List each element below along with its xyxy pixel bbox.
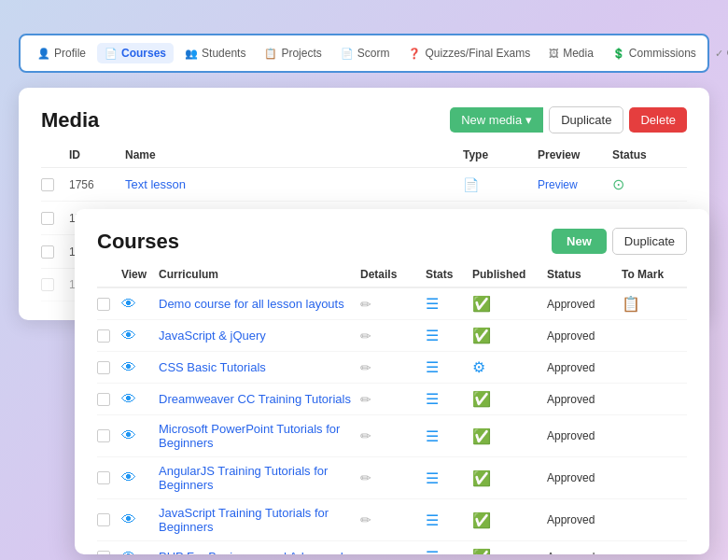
- cards-container: Media New media ▾ Duplicate Delete ID Na…: [19, 88, 709, 545]
- media-header: Media New media ▾ Duplicate Delete: [41, 106, 687, 133]
- nav-item-projects[interactable]: 📋 Projects: [257, 43, 329, 63]
- course-name-link[interactable]: Microsoft PowerPoint Tutorials for Begin…: [159, 422, 360, 450]
- row-checkbox[interactable]: [41, 212, 54, 225]
- course-name-link[interactable]: PHP For Beginners and Advanced: [159, 550, 360, 554]
- course-name-link[interactable]: AngularJS Training Tutorials for Beginne…: [159, 464, 360, 492]
- edit-icon[interactable]: ✏: [360, 428, 426, 443]
- edit-icon[interactable]: ✏: [360, 360, 426, 375]
- row-checkbox[interactable]: [97, 551, 110, 555]
- row-checkbox[interactable]: [97, 429, 110, 442]
- courses-rows-container: 👁 Demo course for all lesson layouts ✏ ☰…: [97, 288, 687, 554]
- view-icon[interactable]: 👁: [121, 359, 159, 376]
- course-name-link[interactable]: JavaScript Training Tutorials for Beginn…: [159, 506, 360, 534]
- media-type-icon: 📄: [463, 177, 538, 192]
- courses-card: Courses New Duplicate View Curriculum De…: [75, 209, 709, 554]
- courses-table-row: 👁 JavaScript Training Tutorials for Begi…: [97, 499, 687, 541]
- courses-duplicate-button[interactable]: Duplicate: [612, 228, 687, 255]
- course-name-link[interactable]: Dreamweaver CC Training Tutorials: [159, 392, 360, 406]
- edit-icon[interactable]: ✏: [360, 470, 426, 485]
- view-icon[interactable]: 👁: [121, 328, 159, 344]
- students-icon: 👥: [185, 48, 198, 60]
- courses-header: Courses New Duplicate: [97, 228, 687, 255]
- row-checkbox[interactable]: [97, 393, 110, 406]
- edit-icon[interactable]: ✏: [360, 550, 426, 555]
- courses-table-row: 👁 AngularJS Training Tutorials for Begin…: [97, 457, 687, 499]
- stats-icon[interactable]: ☰: [426, 548, 472, 554]
- published-icon: ✅: [472, 511, 547, 529]
- courses-table-header: View Curriculum Details Stats Published …: [97, 268, 687, 288]
- top-navigation: 👤 Profile 📄 Courses 👥 Students 📋 Project…: [19, 34, 709, 73]
- media-duplicate-button[interactable]: Duplicate: [549, 106, 623, 133]
- course-name-link[interactable]: CSS Basic Tutorials: [159, 360, 360, 374]
- status-badge: Approved: [547, 429, 622, 442]
- nav-item-profile[interactable]: 👤 Profile: [30, 43, 93, 63]
- courses-table-row: 👁 Microsoft PowerPoint Tutorials for Beg…: [97, 415, 687, 457]
- courses-icon: 📄: [105, 48, 118, 60]
- view-icon[interactable]: 👁: [121, 469, 159, 486]
- nav-item-grade-essays[interactable]: ✓ Grade Essays: [707, 43, 728, 63]
- status-badge: Approved: [547, 298, 622, 311]
- status-icon: ⊙: [612, 175, 687, 193]
- new-course-button[interactable]: New: [552, 229, 607, 254]
- row-checkbox[interactable]: [97, 329, 110, 343]
- published-icon: ✅: [472, 295, 547, 313]
- published-icon: ✅: [472, 390, 547, 408]
- row-checkbox[interactable]: [97, 361, 110, 374]
- stats-icon[interactable]: ☰: [426, 295, 472, 313]
- preview-link[interactable]: Preview: [538, 178, 612, 191]
- view-icon[interactable]: 👁: [121, 427, 159, 444]
- course-name-link[interactable]: Demo course for all lesson layouts: [159, 297, 360, 311]
- row-checkbox[interactable]: [97, 471, 110, 484]
- row-checkbox[interactable]: [97, 298, 110, 311]
- status-badge: Approved: [547, 513, 622, 526]
- stats-icon[interactable]: ☰: [426, 427, 472, 445]
- media-table-header: ID Name Type Preview Status: [41, 148, 687, 168]
- nav-item-media[interactable]: 🖼 Media: [541, 43, 601, 63]
- stats-icon[interactable]: ☰: [426, 327, 472, 344]
- status-badge: Approved: [547, 393, 622, 406]
- courses-table-row: 👁 CSS Basic Tutorials ✏ ☰ ⚙ Approved: [97, 352, 687, 384]
- status-badge: Approved: [547, 361, 622, 374]
- row-checkbox[interactable]: [97, 513, 110, 526]
- nav-item-scorm[interactable]: 📄 Scorm: [333, 43, 398, 63]
- media-item-link[interactable]: Text lesson: [125, 177, 463, 191]
- media-row: 1756 Text lesson 📄 Preview ⊙: [41, 168, 687, 202]
- status-badge: Approved: [547, 551, 622, 555]
- view-icon[interactable]: 👁: [121, 549, 159, 555]
- nav-item-quizzes[interactable]: ❓ Quizzes/Final Exams: [400, 43, 538, 63]
- edit-icon[interactable]: ✏: [360, 392, 426, 407]
- published-icon: ⚙: [472, 358, 547, 376]
- profile-icon: 👤: [37, 48, 50, 60]
- edit-icon[interactable]: ✏: [360, 297, 426, 312]
- view-icon[interactable]: 👁: [121, 511, 159, 528]
- nav-item-students[interactable]: 👥 Students: [177, 43, 253, 63]
- courses-table-row: 👁 PHP For Beginners and Advanced ✏ ☰ ✅ A…: [97, 541, 687, 554]
- row-checkbox[interactable]: [41, 178, 54, 191]
- courses-title: Courses: [97, 230, 552, 254]
- row-checkbox[interactable]: [41, 245, 54, 259]
- published-icon: ✅: [472, 469, 547, 487]
- edit-icon[interactable]: ✏: [360, 329, 426, 343]
- stats-icon[interactable]: ☰: [426, 511, 472, 529]
- stats-icon[interactable]: ☰: [426, 469, 472, 487]
- grade-icon: ✓: [715, 48, 723, 60]
- to-mark-icon: 📋: [622, 295, 687, 313]
- edit-icon[interactable]: ✏: [360, 512, 426, 527]
- media-delete-button[interactable]: Delete: [629, 107, 687, 133]
- projects-icon: 📋: [264, 48, 277, 60]
- row-checkbox[interactable]: [41, 278, 54, 291]
- view-icon[interactable]: 👁: [121, 391, 159, 408]
- course-name-link[interactable]: JavaScript & jQuery: [159, 329, 360, 343]
- media-icon: 🖼: [549, 48, 559, 59]
- new-media-button[interactable]: New media ▾: [450, 107, 543, 133]
- nav-item-courses[interactable]: 📄 Courses: [97, 43, 174, 63]
- stats-icon[interactable]: ☰: [426, 358, 472, 376]
- courses-table-row: 👁 Dreamweaver CC Training Tutorials ✏ ☰ …: [97, 384, 687, 415]
- view-icon[interactable]: 👁: [121, 296, 159, 313]
- nav-item-commissions[interactable]: 💲 Commissions: [605, 43, 704, 63]
- scorm-icon: 📄: [341, 48, 354, 60]
- courses-table-row: 👁 Demo course for all lesson layouts ✏ ☰…: [97, 288, 687, 320]
- media-title: Media: [41, 108, 450, 133]
- commissions-icon: 💲: [612, 48, 625, 60]
- stats-icon[interactable]: ☰: [426, 390, 472, 408]
